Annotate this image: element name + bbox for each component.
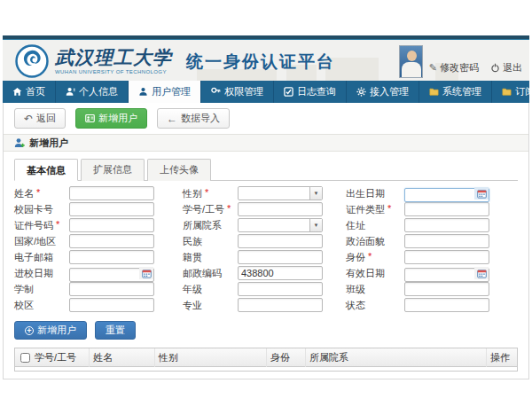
field-label: 班级 [346,283,404,296]
student-id-input[interactable] [238,202,323,216]
new-user-section-icon [14,137,25,148]
birthdate-field [404,186,489,200]
school-system-input[interactable] [69,282,154,296]
field-entry-date: 进校日期 [14,266,170,280]
platform-title: 统一身份认证平台 [186,49,335,74]
campus-card-input[interactable] [69,202,154,216]
field-label: 进校日期 [14,267,69,280]
chevron-down-icon: ▼ [309,219,322,231]
id-number-input[interactable] [69,218,154,232]
nav-user-management[interactable]: 用户管理 [129,81,201,103]
status-input[interactable] [404,298,489,312]
tab-extended-info[interactable]: 扩展信息 [81,159,145,181]
major-input[interactable] [238,298,323,312]
app-window: 武汉理工大学 WUHAN UNIVERSITY OF TECHNOLOGY 统一… [3,35,529,379]
country-input[interactable] [69,234,154,248]
field-label: 证件类型* [346,203,404,216]
field-label: 电子邮箱 [14,251,69,264]
field-label: 学号/工号* [183,203,238,216]
nav-label: 用户管理 [152,85,191,98]
class-input[interactable] [404,282,489,296]
nav-label: 日志查询 [297,85,336,98]
field-label: 年级 [183,283,238,296]
tab-upload-avatar[interactable]: 上传头像 [147,159,211,181]
data-import-button[interactable]: ← 数据导入 [157,108,230,129]
field-address: 住址 [346,218,520,232]
select-all-checkbox[interactable] [20,353,30,363]
grade-input[interactable] [238,282,323,296]
field-label: 民族 [183,235,238,248]
required-asterisk: * [227,203,231,216]
field-label: 身份* [346,251,404,264]
university-name: 武汉理工大学 WUHAN UNIVERSITY OF TECHNOLOGY [55,48,172,74]
nav-log-query[interactable]: 日志查询 [274,81,347,103]
field-grade: 年级 [183,282,333,296]
ethnicity-input[interactable] [238,234,323,248]
calendar-icon[interactable] [474,267,489,279]
gear-icon [356,87,366,97]
calendar-icon[interactable] [474,187,489,200]
chevron-down-icon: ▼ [309,187,322,200]
nav-label: 个人信息 [79,85,118,98]
nav-access-management[interactable]: 接入管理 [347,81,419,103]
required-asterisk: * [56,219,59,232]
native-place-input[interactable] [238,250,323,264]
reset-label: 重置 [106,324,125,337]
field-valid-date: 有效日期 [346,266,520,280]
university-logo-icon [15,44,49,78]
logout-link[interactable]: 退出 [490,61,522,74]
nav-system-management[interactable]: 系统管理 [419,81,492,103]
field-label: 所属院系 [183,219,238,232]
required-asterisk: * [36,187,40,200]
col-student-id: 学号/工号 [31,348,90,367]
field-postal-code: 邮政编码 [183,266,333,280]
field-campus: 校区 [14,298,170,312]
campus-input[interactable] [69,298,154,312]
change-password-link[interactable]: ✎ 修改密码 [429,61,479,74]
name-input[interactable] [69,186,154,200]
entry-date-field [69,266,154,280]
field-political-status: 政治面貌 [346,234,520,248]
field-country: 国家/地区 [14,234,170,248]
logout-label: 退出 [503,61,522,74]
postal-code-input[interactable] [238,266,323,280]
field-label: 出生日期 [346,187,404,200]
valid-date-field [404,266,489,280]
political-status-input[interactable] [404,234,489,248]
field-department: 所属院系▼ [183,218,333,232]
field-gender: 性别*▼ [183,186,333,200]
table-header-row: 学号/工号 姓名 性别 身份 所属院系 操作 [15,348,517,367]
nav-label: 接入管理 [370,85,409,98]
address-input[interactable] [404,218,489,232]
nav-permission-management[interactable]: 权限管理 [201,81,274,103]
add-user-toolbar-button[interactable]: 新增用户 [75,108,147,129]
key-icon [211,87,221,97]
field-label: 学制 [14,283,69,296]
email-input[interactable] [69,250,154,264]
id-type-input[interactable] [404,202,489,216]
nav-home[interactable]: 首页 [3,81,56,103]
user-table: 学号/工号 姓名 性别 身份 所属院系 操作 [14,348,518,372]
gender-select[interactable]: ▼ [238,186,323,200]
back-arrow-icon: ↶ [24,113,33,124]
field-label: 有效日期 [346,267,404,280]
field-label: 邮政编码 [183,267,238,280]
tab-basic-info[interactable]: 基本信息 [14,159,78,181]
department-select[interactable]: ▼ [238,218,323,232]
university-name-cn: 武汉理工大学 [55,48,172,68]
nav-subscription-management[interactable]: 订阅管理 [492,81,532,103]
reset-button[interactable]: 重置 [95,321,136,340]
calendar-icon[interactable] [139,267,153,279]
change-password-label: 修改密码 [440,61,479,74]
field-campus-card: 校园卡号 [14,202,170,216]
field-label: 政治面貌 [346,235,404,248]
user-icon [138,87,148,97]
header: 武汉理工大学 WUHAN UNIVERSITY OF TECHNOLOGY 统一… [3,40,529,81]
identity-input[interactable] [404,250,489,264]
person-icon [66,87,75,97]
back-button[interactable]: ↶ 返回 [14,108,66,129]
user-links: ✎ 修改密码 退出 [418,40,522,81]
import-arrow-icon: ← [167,113,177,124]
submit-add-user-button[interactable]: + 新增用户 [14,321,87,340]
nav-personal-info[interactable]: 个人信息 [56,81,129,103]
